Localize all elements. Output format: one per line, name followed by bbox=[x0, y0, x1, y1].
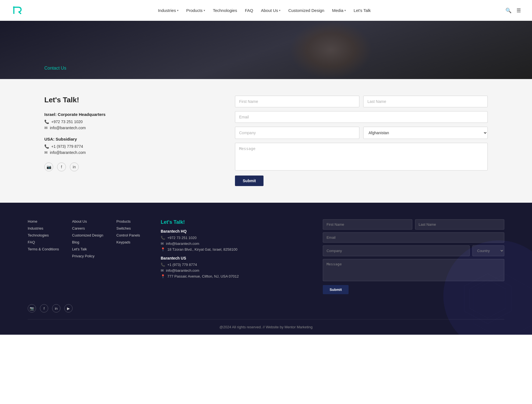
phone-icon: 📞 bbox=[44, 120, 49, 124]
footer-hq-address: 18 Tzoran Blvd., Kiryat Gat, Israel, 825… bbox=[167, 247, 237, 251]
footer-country-select[interactable]: Country Israel USA Afghanistan Other bbox=[472, 245, 504, 256]
hq-phone: +972 73 251 1020 bbox=[51, 120, 83, 124]
contact-form: Afghanistan Israel USA Other Submit bbox=[235, 96, 488, 186]
footer-lets-talk: Let's Talk! bbox=[161, 219, 312, 225]
footer-products[interactable]: Products bbox=[116, 219, 150, 223]
instagram-icon[interactable]: 📷 bbox=[44, 162, 53, 171]
footer-col-1: Home Industries Technologies FAQ Terms &… bbox=[28, 219, 61, 294]
footer-linkedin-icon[interactable]: in bbox=[52, 304, 60, 312]
footer-col-2: About Us Careers Customized Design Blog … bbox=[72, 219, 105, 294]
footer-customized[interactable]: Customized Design bbox=[72, 233, 105, 237]
footer-last-name[interactable] bbox=[415, 219, 504, 230]
us-email: info@barantech.com bbox=[50, 150, 86, 155]
contact-info: Let's Talk! Israel: Corporate Headquarte… bbox=[44, 96, 213, 171]
phone-icon-us: 📞 bbox=[44, 144, 49, 149]
footer-control-panels[interactable]: Control Panels bbox=[116, 233, 150, 237]
nav-industries[interactable]: Industries▾ bbox=[158, 8, 178, 13]
footer-keypads[interactable]: Keypads bbox=[116, 240, 150, 244]
footer-home[interactable]: Home bbox=[28, 219, 61, 223]
linkedin-icon[interactable]: in bbox=[70, 162, 79, 171]
company-input[interactable] bbox=[235, 127, 359, 139]
footer-industries[interactable]: Industries bbox=[28, 226, 61, 230]
footer-us-title: Barantech US bbox=[161, 256, 312, 260]
hero-section: Contact Us bbox=[0, 21, 532, 79]
nav-technologies[interactable]: Technologies bbox=[213, 8, 237, 13]
footer-contact: Let's Talk! Barantech HQ 📞 +972 73 251 1… bbox=[161, 219, 312, 294]
message-textarea[interactable] bbox=[235, 143, 488, 171]
footer-address-icon-us: 📍 bbox=[161, 274, 165, 278]
site-footer: Home Industries Technologies FAQ Terms &… bbox=[0, 203, 532, 335]
footer-company[interactable] bbox=[323, 245, 470, 256]
facebook-icon[interactable]: f bbox=[57, 162, 66, 171]
email-input[interactable] bbox=[235, 111, 488, 123]
footer-youtube-icon[interactable]: ▶ bbox=[64, 304, 73, 312]
footer-submit-button[interactable]: Submit bbox=[323, 285, 348, 294]
footer-phone-icon-us: 📞 bbox=[161, 263, 165, 267]
footer-bottom: @2024 All rights reserved. // Website by… bbox=[28, 319, 504, 335]
submit-button[interactable]: Submit bbox=[235, 176, 264, 186]
header-actions: 🔍 ☰ bbox=[505, 7, 521, 14]
svg-point-0 bbox=[13, 6, 15, 8]
footer-us-address: 777 Passaic Avenue, Clifton, NJ, USA 070… bbox=[167, 274, 239, 278]
hq-email: info@barantech.com bbox=[50, 126, 86, 130]
main-nav: Industries▾ Products▾ Technologies FAQ A… bbox=[158, 8, 371, 13]
site-header: Industries▾ Products▾ Technologies FAQ A… bbox=[0, 0, 532, 21]
footer-hq-title: Barantech HQ bbox=[161, 229, 312, 233]
hq-title: Israel: Corporate Headquarters bbox=[44, 112, 213, 117]
footer-instagram-icon[interactable]: 📷 bbox=[28, 304, 36, 312]
footer-email-icon-us: ✉ bbox=[161, 268, 164, 273]
email-icon: ✉ bbox=[44, 126, 48, 130]
footer-email-icon: ✉ bbox=[161, 242, 164, 246]
search-icon[interactable]: 🔍 bbox=[505, 7, 511, 14]
nav-faq[interactable]: FAQ bbox=[245, 8, 253, 13]
nav-customized[interactable]: Customized Design bbox=[288, 8, 324, 13]
footer-us-email: info@barantech.com bbox=[166, 268, 199, 273]
footer-careers[interactable]: Careers bbox=[72, 226, 105, 230]
footer-message[interactable] bbox=[323, 259, 504, 281]
footer-terms[interactable]: Terms & Conditions bbox=[28, 247, 61, 251]
footer-hq-phone: +972 73 251 1020 bbox=[167, 236, 196, 240]
us-title: USA: Subsidiary bbox=[44, 137, 213, 141]
nav-about[interactable]: About Us▾ bbox=[261, 8, 281, 13]
footer-faq[interactable]: FAQ bbox=[28, 240, 61, 244]
footer-switches[interactable]: Switches bbox=[116, 226, 150, 230]
footer-about[interactable]: About Us bbox=[72, 219, 105, 223]
menu-icon[interactable]: ☰ bbox=[516, 7, 521, 14]
footer-technologies[interactable]: Technologies bbox=[28, 233, 61, 237]
footer-us-phone: +1 (973) 779 8774 bbox=[167, 263, 197, 267]
footer-form: Country Israel USA Afghanistan Other Sub… bbox=[323, 219, 504, 294]
footer-phone-icon: 📞 bbox=[161, 236, 165, 240]
footer-letstalk[interactable]: Let's Talk bbox=[72, 247, 105, 251]
copyright-text: @2024 All rights reserved. // Website by… bbox=[219, 325, 313, 329]
footer-col-3: Products Switches Control Panels Keypads bbox=[116, 219, 150, 294]
nav-letstalk[interactable]: Let's Talk bbox=[354, 8, 371, 13]
social-icons: 📷 f in bbox=[44, 162, 213, 171]
email-icon-us: ✉ bbox=[44, 150, 48, 155]
contact-title: Let's Talk! bbox=[44, 96, 213, 104]
contact-section: Let's Talk! Israel: Corporate Headquarte… bbox=[0, 79, 532, 203]
footer-email[interactable] bbox=[323, 232, 504, 243]
last-name-input[interactable] bbox=[363, 96, 488, 107]
footer-privacy[interactable]: Privacy Policy bbox=[72, 254, 105, 258]
footer-first-name[interactable] bbox=[323, 219, 412, 230]
footer-blog[interactable]: Blog bbox=[72, 240, 105, 244]
nav-media[interactable]: Media▾ bbox=[332, 8, 346, 13]
contact-subsidiary: USA: Subsidiary 📞 +1 (973) 779 8774 ✉ in… bbox=[44, 137, 213, 155]
footer-address-icon: 📍 bbox=[161, 247, 165, 251]
first-name-input[interactable] bbox=[235, 96, 359, 107]
country-select[interactable]: Afghanistan Israel USA Other bbox=[363, 127, 488, 139]
us-phone: +1 (973) 779 8774 bbox=[51, 144, 83, 149]
footer-top: Home Industries Technologies FAQ Terms &… bbox=[28, 219, 504, 294]
nav-products[interactable]: Products▾ bbox=[186, 8, 205, 13]
footer-facebook-icon[interactable]: f bbox=[40, 304, 48, 312]
logo[interactable] bbox=[11, 4, 23, 17]
contact-breadcrumb[interactable]: Contact Us bbox=[44, 66, 66, 71]
footer-social: 📷 f in ▶ bbox=[28, 294, 504, 319]
footer-hq-email: info@barantech.com bbox=[166, 242, 199, 246]
